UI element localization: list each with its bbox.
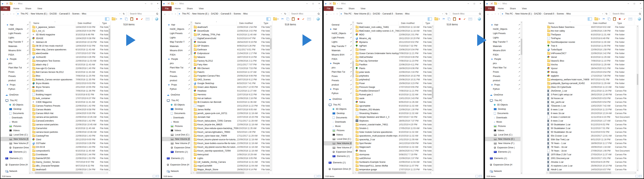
sidebar-item-product[interactable]: product [162,78,192,83]
file-row[interactable]: stormysea5/08/2017 7:19 PMFile folder [354,153,432,156]
sidebar-item-pics[interactable]: pics [162,61,192,65]
delete-icon[interactable]: ✖ [297,18,300,20]
sidebar-item-elements-j-[interactable]: Elements (J:) [162,156,192,161]
refresh-icon[interactable]: ↻ [122,12,126,15]
breadcrumb-segment[interactable]: Carrara8.5 [58,12,70,15]
file-row[interactable]: Poser15/09/2018 3:23 PMFile folder [354,81,432,85]
file-row[interactable]: Ruined gate 26/10/2018 11:32 AMFile fold… [354,93,432,96]
scroll-right-icon[interactable]: › [106,171,108,174]
back-button[interactable]: ← [325,13,328,15]
up-button[interactable]: ↑ [336,13,339,15]
file-row[interactable]: attack ship 26/10/2018 11:43 AMFile fold… [31,63,108,66]
file-row[interactable]: Diomede28/04/2020 9:19 PMFile folder [192,40,270,44]
file-row[interactable]: Kixum_sky-planet-source-files-for-tutori… [192,145,270,149]
scroll-left-icon[interactable]: ‹ [354,171,357,174]
view-thumbnails-icon[interactable] [156,175,159,178]
scrollbar-thumb[interactable] [109,29,110,40]
minimize-button[interactable]: – [304,1,310,6]
file-row[interactable]: Fairy Alien10/11/2017 7:07 PMFile folder [192,63,270,66]
sidebar-item-elements-j-[interactable]: Elements (J:) [324,154,354,158]
sidebar-item-expansion-drive-[interactable]: Expansion Drive ( [485,146,522,150]
sidebar-item-local-disk-c-[interactable]: Local Disk (C:) [485,133,522,137]
delete-icon[interactable]: ✖ [136,18,138,20]
file-row[interactable]: Cbird20/12/2019 9:00 PMFile folder [31,138,108,141]
breadcrumb-segment[interactable]: This PC [504,12,514,15]
breadcrumb-segment[interactable]: This PC [181,12,191,15]
file-row[interactable]: Mapps_Morph_Stone29/06/2019 9:14 PMFile … [192,168,270,171]
sidebar-item-python[interactable]: Python [0,87,31,91]
file-row[interactable]: TelescopeFULL James Moffat7/09/2018 11:0… [354,164,432,168]
scroll-left-icon[interactable]: ‹ [31,171,34,174]
sidebar-item-hair[interactable]: ▶Hair [485,23,522,27]
sidebar-item-presets[interactable]: Presets [162,74,192,78]
sidebar-item-network[interactable]: Network [0,169,31,173]
maximize-button[interactable]: □ [310,1,316,6]
sidebar-item-props[interactable]: ▶Props [324,87,354,91]
file-row[interactable]: Solar module Carrara spacebones6/10/2018… [354,130,432,134]
file-row[interactable]: CarrarArtist6/10/2018 11:40 AMFile folde… [31,126,108,130]
sidebar-item-desktop[interactable]: Desktop [0,107,31,111]
file-row[interactable]: Flats016/10/2018 11:37 AMFile folder [192,70,270,74]
cut-icon[interactable]: ✂ [442,17,445,20]
sidebar-item-expansion-drive-h[interactable]: Expansion Drive (H [324,167,354,171]
sidebar-item-materials[interactable]: Materials [162,44,192,48]
list-horizontal-scrollbar[interactable]: ‹› [31,171,108,174]
sidebar-item-3d-objects[interactable]: 3D Objects [0,103,31,107]
file-row[interactable]: polyhedra20/06/2019 10:32 PMFile folder [354,74,432,78]
file-row[interactable]: Mixamo_obj19/11/2019 10:20 PMFile folder [354,36,432,40]
column-header-name[interactable]: Name [354,21,398,25]
tab-share[interactable]: Share [184,6,196,11]
file-row[interactable]: Bryce Terrains2/01/2020 10:55 PMFile fol… [31,85,108,89]
file-row[interactable]: composition016/10/2018 11:40 AMFile fold… [31,149,108,153]
file-row[interactable]: 2001 Discovery.car26/10/2017 3:51 PMCarr… [546,156,636,160]
view-details-icon[interactable] [153,175,156,178]
recent-locations-icon[interactable]: ∨ [333,13,335,14]
sidebar-item-lights[interactable]: Lights [485,35,522,40]
file-row[interactable]: Pressure Gauge17/07/2019 9:55 PMFile fol… [354,85,432,89]
file-row[interactable]: fifth Element17/10/2018 7:53 PMFile fold… [192,66,270,70]
sidebar-item-documents[interactable]: Documents [0,111,31,116]
sidebar-item-hair[interactable]: ▶Hair [324,27,354,31]
breadcrumb-segment[interactable]: Carrara8.5 [543,12,555,15]
sidebar-item-hode-objects[interactable]: HoDE_Objects [0,27,31,31]
copy-icon[interactable] [286,17,289,20]
sidebar-item-plant-man-tut[interactable]: Plant Man Tut [0,65,31,70]
file-row[interactable]: Factory NL201222/09/2018 2:11 PMFile fol… [192,59,270,63]
sidebar-item-new-volume-f-[interactable]: New Volume (F:) [162,141,192,146]
sidebar-item-local-disk-c-[interactable]: Local Disk (C:) [0,133,31,137]
sidebar-item-product[interactable]: product [485,78,522,83]
search-icon[interactable] [156,12,158,15]
file-row[interactable]: Alien ship_Carrara spacebones6/10/2018 1… [31,48,108,51]
sidebar-item-hode-objects[interactable]: HoDE_Objects [324,31,354,35]
file-row[interactable]: Shaders_002-Models22/09/2018 1:30 PMFile… [354,108,432,111]
tab-home[interactable]: Home [10,6,22,11]
file-row[interactable]: 50s Cruiser 1.car25/10/2017 12:01 AMCarr… [546,134,636,138]
sidebar-item-p3da[interactable]: P3DA [485,53,522,57]
breadcrumb-segment[interactable]: Misc [81,12,87,15]
file-row[interactable]: Cromblaster22/09/2018 1:44 PMFile folder [31,153,108,156]
file-row[interactable]: bulk_container17/07/2019 6:37 PMFile fol… [31,96,108,100]
preview-pane-icon[interactable] [588,17,592,20]
select-checkmark-icon[interactable]: ✔ [302,18,304,20]
view-thumbnails-icon[interactable] [318,175,320,178]
cut-icon[interactable]: ✂ [281,17,284,20]
tab-view[interactable]: View [34,6,45,11]
sidebar-item-expansion-drive-h[interactable]: Expansion Drive (H [0,163,31,167]
sidebar-item-pics[interactable]: pics [324,65,354,70]
sidebar-item-materials[interactable]: Materials [0,44,31,48]
tab-share[interactable]: Share [22,6,34,11]
breadcrumb-segment[interactable]: DAZ3D [210,12,219,15]
file-row[interactable]: Headwax5/12/2018 11:27 AMFile folder [192,89,270,93]
breadcrumb-segment[interactable]: New Volume (E:) [353,12,371,15]
file-row[interactable]: Kixum_starship-spacedock_7209422/09/2018… [192,149,270,153]
sidebar-item-poses[interactable]: Poses [162,70,192,74]
file-row[interactable]: Bollards_Carrara version spacebones7/09/… [31,78,108,81]
sidebar-item-desktop[interactable]: Desktop [324,111,354,116]
view-details-icon[interactable] [314,175,317,178]
file-row[interactable]: suitOfArmor22/09/2018 2:37 PMFile folder [354,156,432,160]
view-thumbnails-icon[interactable] [639,175,642,178]
file-row[interactable]: Kixum_blue-nebula-space-backdrop_703...6… [192,126,270,130]
sidebar-item-new-volume-f-[interactable]: New Volume (F:) [324,146,354,150]
file-row[interactable]: 3d house.car13/04/2020 6:53 PMCarrara Fi… [546,96,636,100]
file-row[interactable]: DF_Hallway_TFIN_Feb6/10/2018 11:40 AMFil… [192,33,270,36]
